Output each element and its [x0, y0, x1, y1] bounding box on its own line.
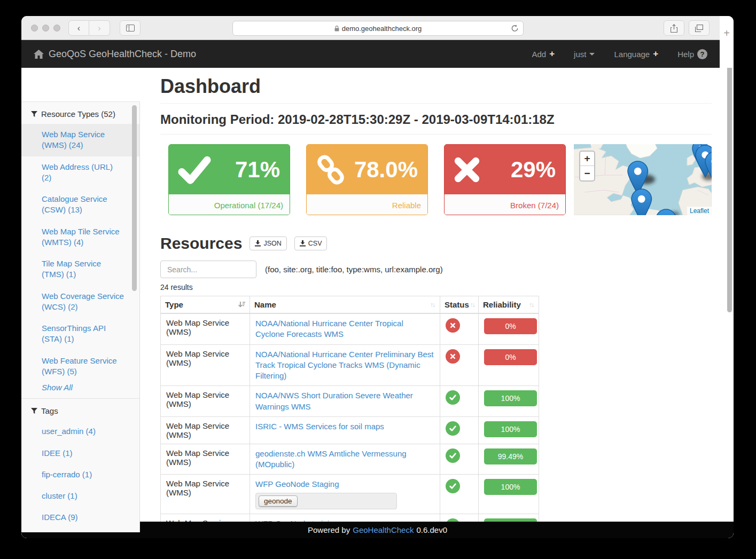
resource-link[interactable]: NOAA/NWS Short Duration Severe Weather W… [255, 391, 413, 411]
browser-window: ‹ › demo.geohealthcheck.org + [21, 16, 734, 538]
nav-user-menu[interactable]: just [574, 50, 595, 59]
search-input[interactable] [160, 261, 256, 278]
share-button[interactable] [664, 20, 684, 36]
sidebar-scrollbar-thumb[interactable] [132, 105, 137, 291]
nav-help[interactable]: Help? [677, 49, 707, 59]
resources-title: Resources [160, 234, 242, 253]
page-scrollbar[interactable] [726, 40, 734, 522]
filter-icon [31, 111, 37, 117]
resource-name-cell: NOAA/NWS Short Duration Severe Weather W… [250, 386, 440, 417]
resources-table: TypeName↑↓Status↑↓Reliability↑↓ Web Map … [160, 296, 539, 538]
operational-card[interactable]: 71% Operational (17/24) [168, 144, 290, 215]
sidebar-tag-item[interactable]: geonode (4) [21, 529, 139, 533]
url-text: demo.geohealthcheck.org [342, 25, 422, 33]
sort-icon[interactable]: ↑↓ [430, 301, 435, 309]
resource-name-cell: WFP GeoNode Staginggeonode [250, 475, 440, 514]
export-json-button[interactable]: JSON [250, 237, 286, 250]
column-header-reliability[interactable]: Reliability↑↓ [479, 296, 539, 314]
zoom-window-button[interactable] [53, 25, 60, 32]
sidebar-toggle-button[interactable] [120, 20, 141, 36]
status-ok-icon [446, 390, 460, 405]
broken-card[interactable]: 29% Broken (7/24) [444, 144, 566, 215]
plus-icon: + [653, 49, 658, 59]
sort-amount-icon[interactable] [238, 301, 245, 308]
zoom-in-button[interactable]: + [580, 152, 594, 166]
status-broken-icon [446, 349, 460, 364]
resource-link[interactable]: ISRIC - WMS Services for soil maps [255, 422, 384, 431]
leaflet-attribution[interactable]: Leaflet [687, 207, 712, 215]
resources-table-body: Web Map Service (WMS) NOAA/National Hurr… [161, 313, 539, 538]
sidebar-tag-item[interactable]: fip-cerrado (1) [21, 464, 139, 485]
column-header-name[interactable]: Name↑↓ [250, 296, 440, 314]
operational-percent: 71% [235, 157, 280, 183]
sidebar-item[interactable]: Web Map Service (WMS) (24) [21, 124, 139, 156]
resource-type-cell: Web Map Service (WMS) [161, 475, 250, 514]
sidebar-item[interactable]: Catalogue Service (CSW) (13) [21, 188, 139, 221]
reliability-cell: 0% [479, 313, 539, 344]
resources-map[interactable]: + − Leaflet [574, 144, 712, 215]
sidebar-item[interactable]: Web Address (URL) (2) [21, 156, 139, 189]
monitoring-period: Monitoring Period: 2019-02-28T15:30:29Z … [160, 112, 712, 127]
export-csv-button[interactable]: CSV [294, 237, 328, 250]
zoom-out-button[interactable]: − [580, 166, 594, 180]
tags-header: Tags [21, 399, 139, 421]
sidebar-tag-item[interactable]: IDEE (1) [21, 443, 139, 464]
status-cell [440, 313, 479, 344]
sidebar-tag-item[interactable]: user_admin (4) [21, 421, 139, 442]
summary-cards: 71% Operational (17/24) 78.0% Reliable 2… [160, 144, 712, 215]
geohealthcheck-link[interactable]: GeoHealthCheck [353, 525, 414, 534]
nav-add[interactable]: Add+ [532, 49, 555, 59]
operational-label: Operational (17/24) [169, 194, 290, 215]
sidebar-item[interactable]: Tile Map Service (TMS) (1) [21, 253, 139, 286]
resource-type-cell: Web Map Service (WMS) [161, 313, 250, 344]
broken-percent: 29% [511, 157, 556, 183]
broken-label: Broken (7/24) [445, 194, 565, 215]
reliability-cell: 99.49% [479, 444, 539, 475]
reliable-card[interactable]: 78.0% Reliable [306, 144, 428, 215]
reliability-badge: 0% [484, 318, 537, 334]
nav-language[interactable]: Language+ [614, 49, 658, 59]
resource-type-cell: Web Map Service (WMS) [161, 344, 250, 386]
caret-down-icon [589, 53, 595, 56]
sidebar-item[interactable]: SensorThings API (STA) (1) [21, 318, 139, 350]
status-ok-icon [446, 448, 460, 463]
minimize-window-button[interactable] [42, 25, 49, 32]
sidebar-item[interactable]: Web Map Tile Service (WMTS) (4) [21, 221, 139, 254]
tag-chip[interactable]: geonode [259, 495, 298, 507]
sidebar-tag-item[interactable]: IDECA (9) [21, 507, 139, 528]
forward-button[interactable]: › [89, 20, 110, 36]
results-count: 24 results [160, 283, 712, 292]
sidebar-item[interactable]: Web Coverage Service (WCS) (2) [21, 286, 139, 318]
resource-type-cell: Web Map Service (WMS) [161, 386, 250, 417]
sort-icon[interactable]: ↑↓ [470, 301, 476, 309]
resource-link[interactable]: NOAA/National Hurricane Center Tropical … [255, 319, 403, 338]
download-icon [300, 240, 306, 247]
resource-types-header: Resource Types (52) [21, 102, 139, 124]
reload-button[interactable] [511, 24, 519, 34]
table-row: Web Map Service (WMS) NOAA/National Hurr… [161, 313, 539, 344]
table-row: Web Map Service (WMS) geodienste.ch WMS … [161, 444, 539, 475]
resource-link[interactable]: NOAA/National Hurricane Center Prelimina… [255, 350, 433, 381]
status-cell [440, 344, 479, 386]
resource-link[interactable]: geodienste.ch WMS Amtliche Vermessung (M… [255, 449, 407, 469]
scrollbar-thumb[interactable] [727, 43, 732, 312]
download-icon [255, 240, 261, 247]
sidebar-tag-item[interactable]: cluster (1) [21, 485, 139, 507]
new-tab-button[interactable]: + [720, 16, 734, 68]
resource-types-list: Web Map Service (WMS) (24)Web Address (U… [21, 124, 139, 382]
sidebar-item[interactable]: Web Feature Service (WFS) (5) [21, 350, 139, 383]
close-window-button[interactable] [31, 25, 38, 32]
resource-name-cell: geodienste.ch WMS Amtliche Vermessung (M… [250, 444, 440, 475]
column-header-status[interactable]: Status↑↓ [440, 296, 479, 314]
navbar-brand[interactable]: GeoQoS GeoHealthCheck - Demo [21, 49, 196, 60]
filter-sidebar: Resource Types (52) Web Map Service (WMS… [21, 101, 140, 532]
address-bar[interactable]: demo.geohealthcheck.org [232, 21, 524, 36]
tags-list: user_admin (4)IDEE (1)fip-cerrado (1)clu… [21, 421, 139, 532]
check-icon [449, 395, 456, 400]
column-header-type[interactable]: Type [161, 296, 250, 314]
show-all-link[interactable]: Show All [21, 382, 88, 397]
resource-link[interactable]: WFP GeoNode Staging [255, 479, 339, 489]
sort-icon[interactable]: ↑↓ [529, 301, 534, 309]
back-button[interactable]: ‹ [68, 20, 89, 36]
tab-overview-button[interactable] [689, 20, 710, 36]
